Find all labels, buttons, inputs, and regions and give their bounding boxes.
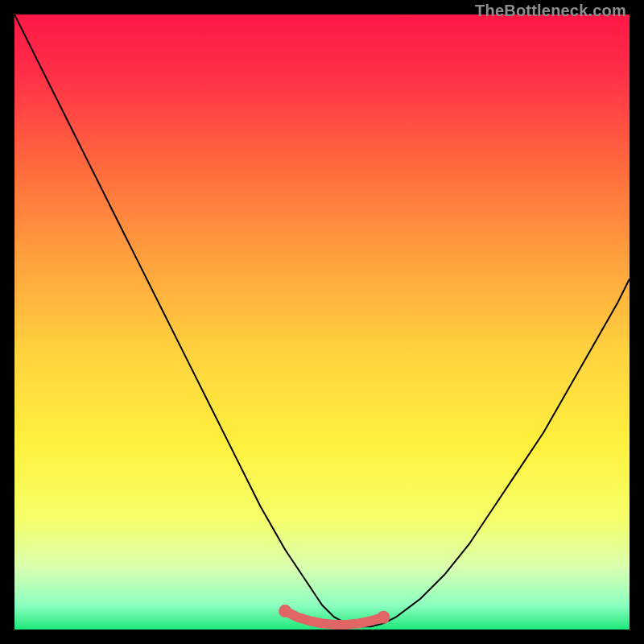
highlight-endpoint bbox=[279, 605, 291, 617]
plot-area bbox=[14, 14, 630, 630]
watermark-text: TheBottleneck.com bbox=[475, 2, 626, 20]
highlight-endpoint bbox=[377, 611, 390, 624]
chart-frame: TheBottleneck.com bbox=[0, 0, 644, 644]
gradient-bg bbox=[14, 14, 630, 630]
chart-svg bbox=[14, 14, 630, 630]
